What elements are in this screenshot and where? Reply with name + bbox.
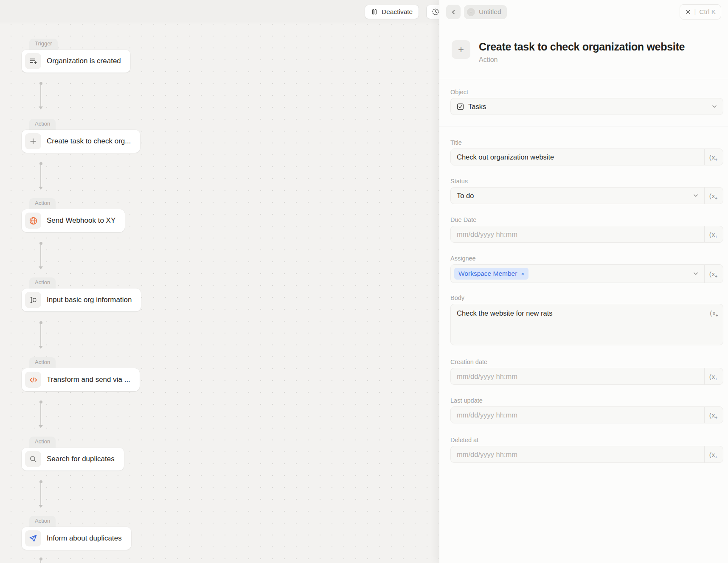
chevron-down-icon — [711, 103, 718, 110]
status-select[interactable]: To do — [451, 188, 704, 204]
chevron-down-icon — [692, 270, 699, 277]
node-inform-duplicates[interactable]: Inform about duplicates — [22, 527, 131, 550]
shortcut-separator: | — [694, 8, 696, 15]
node-label: Create task to check org... — [47, 137, 131, 146]
creation-date-label: Creation date — [450, 358, 723, 366]
back-button[interactable] — [446, 5, 461, 19]
workflow-name-pill[interactable]: - Untitled — [464, 5, 507, 19]
variable-icon: (x+ — [710, 309, 719, 317]
globe-icon — [25, 213, 41, 229]
remove-assignee-icon[interactable]: × — [521, 271, 524, 277]
due-date-placeholder: mm/dd/yyyy hh:mm — [457, 230, 517, 238]
canvas-toolbar: Deactivate — [0, 0, 439, 23]
connector-arrow — [38, 401, 43, 429]
title-input[interactable]: Check out organization website — [451, 149, 704, 165]
insert-variable-button[interactable]: (x+ — [707, 307, 722, 319]
close-panel-button[interactable]: | Ctrl K — [680, 4, 721, 20]
divider — [439, 126, 728, 126]
workflow-name: Untitled — [479, 8, 501, 16]
divider — [439, 79, 728, 79]
history-clock-icon — [432, 8, 439, 16]
connector-arrow — [38, 480, 43, 508]
node-label: Search for duplicates — [47, 455, 115, 463]
plus-icon — [25, 133, 41, 149]
body-value: Check the website for new rats — [451, 304, 723, 317]
insert-variable-button[interactable]: (x+ — [704, 368, 723, 384]
variable-icon: (x+ — [709, 231, 718, 238]
due-date-input[interactable]: mm/dd/yyyy hh:mm — [451, 226, 704, 242]
due-date-label: Due Date — [450, 216, 723, 224]
connector-arrow — [38, 82, 43, 110]
workflow-builder-screen: Deactivate Trigger Organization is creat… — [0, 0, 728, 563]
workflow-status-badge: - — [467, 8, 475, 16]
object-select[interactable]: Tasks — [450, 98, 723, 115]
panel-subtitle: Action — [479, 56, 685, 64]
deleted-at-label: Deleted at — [450, 436, 723, 444]
chevron-left-icon — [450, 9, 457, 15]
variable-icon: (x+ — [709, 373, 718, 380]
task-form: Object Tasks Title — [439, 88, 728, 463]
last-update-label: Last update — [450, 397, 723, 404]
last-update-placeholder: mm/dd/yyyy hh:mm — [457, 411, 517, 419]
input-cursor-icon — [25, 292, 41, 308]
insert-variable-button[interactable]: (x+ — [704, 446, 723, 462]
plus-icon: + — [452, 40, 470, 59]
pause-icon — [371, 8, 378, 15]
creation-date-input[interactable]: mm/dd/yyyy hh:mm — [451, 368, 704, 384]
body-textarea[interactable]: Check the website for new rats (x+ — [450, 304, 723, 345]
assignee-chip-label: Workspace Member — [458, 270, 517, 277]
last-update-input[interactable]: mm/dd/yyyy hh:mm — [451, 407, 704, 423]
insert-variable-button[interactable]: (x+ — [704, 265, 723, 283]
send-icon — [25, 530, 41, 546]
deleted-at-placeholder: mm/dd/yyyy hh:mm — [457, 451, 517, 459]
title-value: Check out organization website — [457, 153, 554, 161]
assignee-select-group: Workspace Member × (x+ — [450, 264, 723, 283]
checkbox-icon — [457, 103, 464, 110]
node-label: Transform and send via ... — [47, 375, 130, 384]
insert-variable-button[interactable]: (x+ — [704, 226, 723, 242]
body-label: Body — [450, 294, 723, 302]
object-value: Tasks — [468, 103, 486, 111]
panel-top-bar: - Untitled | Ctrl K — [439, 0, 728, 24]
panel-header: + Create task to check organization webs… — [439, 24, 728, 64]
keyboard-shortcut-label: Ctrl K — [699, 8, 716, 16]
assignee-select[interactable]: Workspace Member × — [451, 265, 704, 283]
status-value: To do — [457, 192, 474, 200]
variable-icon: (x+ — [709, 192, 718, 199]
node-trigger-organization-created[interactable]: Organization is created — [22, 50, 130, 73]
node-send-webhook[interactable]: Send Webhook to XY — [22, 209, 125, 232]
creation-date-input-group: mm/dd/yyyy hh:mm (x+ — [450, 368, 723, 385]
node-label: Send Webhook to XY — [47, 216, 115, 225]
deactivate-button[interactable]: Deactivate — [365, 5, 419, 19]
status-select-group: To do (x+ — [450, 187, 723, 204]
status-label: Status — [450, 177, 723, 185]
due-date-input-group: mm/dd/yyyy hh:mm (x+ — [450, 226, 723, 243]
deactivate-label: Deactivate — [382, 8, 413, 16]
chevron-down-icon — [692, 192, 699, 199]
object-label: Object — [450, 88, 723, 96]
panel-title: Create task to check organization websit… — [479, 40, 685, 53]
variable-icon: (x+ — [709, 270, 718, 277]
search-icon — [25, 451, 41, 467]
insert-variable-button[interactable]: (x+ — [704, 407, 723, 423]
node-search-duplicates[interactable]: Search for duplicates — [22, 448, 124, 471]
deleted-at-input[interactable]: mm/dd/yyyy hh:mm — [451, 446, 704, 462]
variable-icon: (x+ — [709, 412, 718, 419]
deleted-at-input-group: mm/dd/yyyy hh:mm (x+ — [450, 446, 723, 463]
connector-arrow — [38, 162, 43, 190]
playlist-add-icon — [25, 53, 41, 69]
insert-variable-button[interactable]: (x+ — [704, 149, 723, 165]
code-icon — [25, 372, 41, 388]
creation-date-placeholder: mm/dd/yyyy hh:mm — [457, 373, 517, 381]
variable-icon: (x+ — [709, 154, 718, 161]
insert-variable-button[interactable]: (x+ — [704, 188, 723, 204]
node-transform-send[interactable]: Transform and send via ... — [22, 368, 140, 391]
node-label: Organization is created — [47, 57, 121, 65]
node-label: Input basic org information — [47, 296, 132, 304]
connector-arrow — [38, 557, 43, 563]
connector-arrow — [38, 242, 43, 270]
node-create-task[interactable]: Create task to check org... — [22, 130, 140, 153]
assignee-label: Assignee — [450, 255, 723, 262]
node-input-org-info[interactable]: Input basic org information — [22, 289, 141, 311]
assignee-chip[interactable]: Workspace Member × — [454, 268, 528, 280]
